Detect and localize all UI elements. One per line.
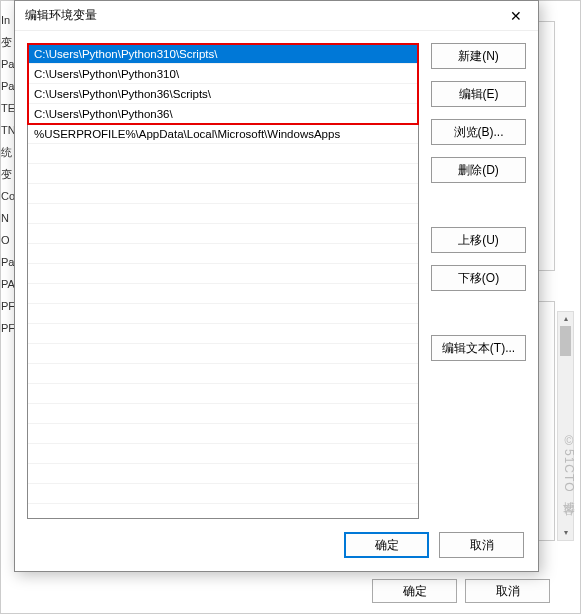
path-list-empty-row [28,364,418,384]
path-listbox[interactable]: C:\Users\Python\Python310\Scripts\C:\Use… [27,43,419,519]
path-list-item[interactable]: C:\Users\Python\Python310\ [28,64,418,84]
new-button[interactable]: 新建(N) [431,43,526,69]
edit-text-button[interactable]: 编辑文本(T)... [431,335,526,361]
path-list-empty-row [28,344,418,364]
path-list-empty-row [28,324,418,344]
path-list-empty-row [28,284,418,304]
path-list-item[interactable]: C:\Users\Python\Python310\Scripts\ [28,44,418,64]
path-list-empty-row [28,504,418,519]
move-down-button[interactable]: 下移(O) [431,265,526,291]
parent-scrollbar[interactable]: ▴ ▾ [557,311,574,541]
path-list-item[interactable]: %USERPROFILE%\AppData\Local\Microsoft\Wi… [28,124,418,144]
cancel-button[interactable]: 取消 [439,532,524,558]
path-list-empty-row [28,464,418,484]
watermark: ©51CTO博客 [560,434,577,494]
scroll-down-icon[interactable]: ▾ [558,526,573,540]
path-list-empty-row [28,264,418,284]
path-list-empty-row [28,244,418,264]
close-icon: ✕ [510,8,522,24]
path-list-item[interactable]: C:\Users\Python\Python36\Scripts\ [28,84,418,104]
path-list-empty-row [28,484,418,504]
edit-button[interactable]: 编辑(E) [431,81,526,107]
path-list-item[interactable]: C:\Users\Python\Python36\ [28,104,418,124]
move-up-button[interactable]: 上移(U) [431,227,526,253]
ok-button[interactable]: 确定 [344,532,429,558]
path-list-empty-row [28,224,418,244]
browse-button[interactable]: 浏览(B)... [431,119,526,145]
edit-env-var-dialog: 编辑环境变量 ✕ C:\Users\Python\Python310\Scrip… [14,0,539,572]
dialog-title: 编辑环境变量 [25,7,493,24]
path-list-empty-row [28,424,418,444]
scroll-up-icon[interactable]: ▴ [558,312,573,326]
scroll-thumb[interactable] [560,326,571,356]
path-list-empty-row [28,404,418,424]
parent-cancel-button[interactable]: 取消 [465,579,550,603]
path-list-empty-row [28,304,418,324]
dialog-footer: 确定 取消 [15,519,538,571]
path-list-empty-row [28,204,418,224]
side-button-column: 新建(N) 编辑(E) 浏览(B)... 删除(D) 上移(U) 下移(O) 编… [431,43,526,519]
path-list-empty-row [28,144,418,164]
path-list-empty-row [28,184,418,204]
close-button[interactable]: ✕ [493,1,538,31]
path-list-empty-row [28,384,418,404]
path-list-empty-row [28,444,418,464]
titlebar: 编辑环境变量 ✕ [15,1,538,31]
delete-button[interactable]: 删除(D) [431,157,526,183]
path-list-empty-row [28,164,418,184]
parent-ok-button[interactable]: 确定 [372,579,457,603]
